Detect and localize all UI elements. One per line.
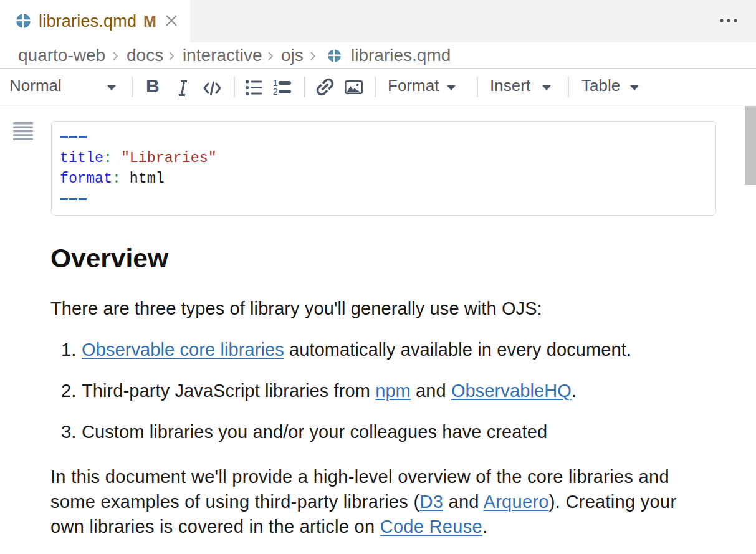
svg-text:2: 2 — [273, 87, 278, 95]
